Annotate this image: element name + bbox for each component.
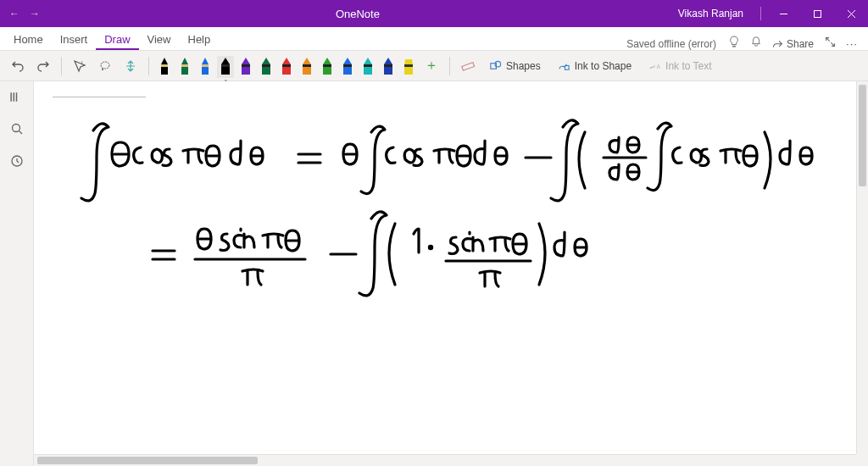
marker-pen-9[interactable] <box>339 56 356 78</box>
svg-rect-28 <box>364 64 372 67</box>
svg-rect-22 <box>303 64 311 67</box>
close-button[interactable] <box>834 0 868 27</box>
tab-insert[interactable]: Insert <box>52 28 97 50</box>
pen-pen-0[interactable] <box>156 56 173 78</box>
marker-pen-5[interactable] <box>258 56 275 78</box>
ink-to-text-button: A Ink to Text <box>642 55 718 77</box>
svg-rect-33 <box>462 62 475 69</box>
marker-pen-10[interactable] <box>359 56 376 78</box>
search-button[interactable] <box>8 120 25 137</box>
nav-forward-button[interactable]: → <box>27 8 42 19</box>
ink-to-shape-label: Ink to Shape <box>575 60 632 72</box>
insert-space-button[interactable] <box>120 55 142 77</box>
recent-button[interactable] <box>8 153 25 169</box>
tab-home[interactable]: Home <box>5 28 52 50</box>
separator <box>449 57 450 75</box>
separator <box>148 57 149 75</box>
scroll-thumb[interactable] <box>37 457 258 464</box>
marker-pen-6[interactable] <box>278 56 295 78</box>
tab-view[interactable]: View <box>139 28 180 50</box>
svg-rect-32 <box>404 64 413 67</box>
titlebar: ← → OneNote Vikash Ranjan <box>0 0 868 27</box>
app-title: OneNote <box>49 8 666 20</box>
ink-to-shape-button[interactable]: Ink to Shape <box>551 55 638 77</box>
share-label: Share <box>787 38 814 50</box>
handwriting-ink <box>34 81 856 446</box>
vertical-scrollbar[interactable] <box>856 81 868 454</box>
svg-point-5 <box>101 62 109 69</box>
horizontal-scrollbar[interactable] <box>34 454 856 466</box>
notebooks-button[interactable] <box>8 88 25 105</box>
svg-rect-26 <box>343 64 352 67</box>
scroll-corner <box>856 454 868 466</box>
divider <box>760 7 761 20</box>
add-pen-button[interactable]: ＋ <box>420 55 442 77</box>
user-name[interactable]: Vikash Ranjan <box>666 8 755 19</box>
redo-button[interactable] <box>32 55 54 77</box>
svg-point-41 <box>429 246 431 248</box>
share-button[interactable]: Share <box>767 38 819 50</box>
svg-point-6 <box>102 69 103 70</box>
svg-rect-12 <box>202 64 209 67</box>
svg-rect-30 <box>384 64 392 67</box>
shapes-label: Shapes <box>506 60 541 72</box>
svg-rect-24 <box>323 64 331 67</box>
bell-icon[interactable] <box>745 36 767 50</box>
svg-rect-8 <box>161 64 168 67</box>
svg-text:A: A <box>656 64 660 69</box>
nav-back-button[interactable]: ← <box>7 8 22 19</box>
svg-rect-20 <box>282 64 291 67</box>
fullscreen-icon[interactable] <box>819 36 841 50</box>
left-sidebar <box>0 81 34 466</box>
body-area <box>0 81 868 466</box>
tab-help[interactable]: Help <box>180 28 220 50</box>
separator <box>61 57 62 75</box>
svg-rect-10 <box>181 64 188 67</box>
text-select-button[interactable]: I <box>69 55 91 77</box>
save-status[interactable]: Saved offline (error) <box>626 38 723 50</box>
ribbon-tabs: Home Insert Draw View Help Saved offline… <box>0 27 868 51</box>
svg-rect-14 <box>221 64 230 67</box>
ink-to-text-label: Ink to Text <box>665 60 711 72</box>
ruler-button[interactable] <box>457 55 479 77</box>
svg-line-39 <box>19 131 22 135</box>
svg-rect-18 <box>262 64 270 67</box>
pen-pen-1[interactable] <box>176 56 193 78</box>
pen-pen-2[interactable] <box>197 56 214 78</box>
marker-pen-11[interactable] <box>380 56 397 78</box>
scroll-thumb[interactable] <box>859 85 866 186</box>
marker-pen-3[interactable]: ⌄ <box>217 56 234 78</box>
marker-pen-7[interactable] <box>298 56 315 78</box>
undo-button[interactable] <box>7 55 29 77</box>
marker-pen-8[interactable] <box>319 56 336 78</box>
marker-pen-4[interactable] <box>237 56 254 78</box>
svg-rect-1 <box>814 10 821 17</box>
minimize-button[interactable] <box>766 0 800 27</box>
svg-point-38 <box>12 125 19 132</box>
lightbulb-icon[interactable] <box>723 36 745 50</box>
highlighter-pen-12[interactable] <box>400 56 417 78</box>
svg-rect-16 <box>242 64 250 67</box>
tab-draw[interactable]: Draw <box>96 28 138 50</box>
shapes-button[interactable]: Shapes <box>482 55 548 77</box>
maximize-button[interactable] <box>800 0 834 27</box>
lasso-select-button[interactable] <box>94 55 116 77</box>
more-icon[interactable]: ··· <box>841 37 863 50</box>
note-canvas[interactable] <box>34 81 868 466</box>
draw-toolbar: I ⌄ ＋ Shapes Ink to Shape A Ink to Text <box>0 51 868 81</box>
